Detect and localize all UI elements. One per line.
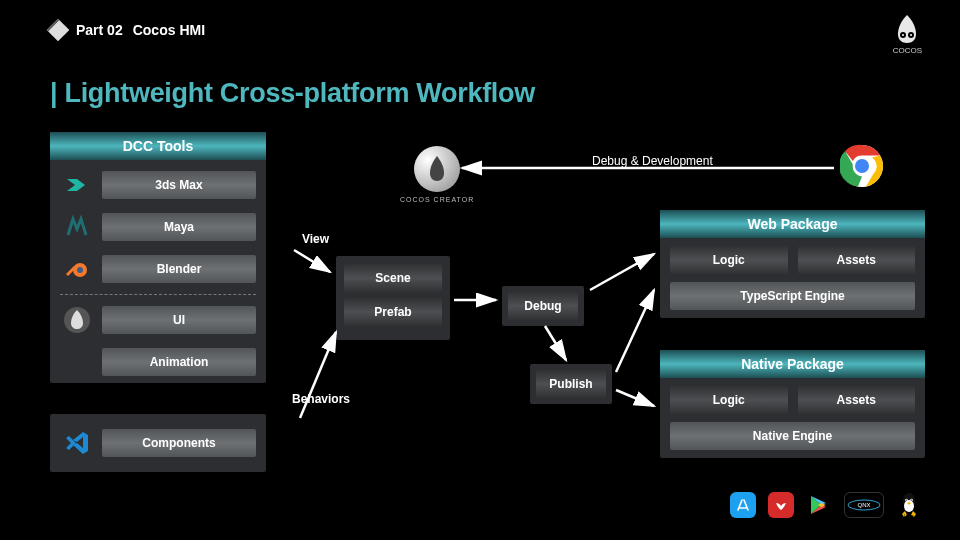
scene-item: Scene	[344, 264, 442, 292]
web-assets: Assets	[798, 246, 916, 274]
web-logic: Logic	[670, 246, 788, 274]
web-engine: TypeScript Engine	[670, 282, 915, 310]
dcc-row-animation: Animation	[50, 341, 266, 383]
platform-icons: QNX Linux	[730, 492, 922, 518]
svg-text:Linux: Linux	[904, 513, 914, 518]
svg-point-5	[77, 267, 83, 273]
cocos-creator-circle-icon	[414, 146, 460, 192]
cocos-logo: COCOS	[893, 14, 922, 55]
dcc-item: Animation	[102, 348, 256, 376]
native-header: Native Package	[660, 350, 925, 378]
cocos-creator-node: COCOS CREATOR	[400, 146, 474, 203]
dcc-item: Maya	[102, 213, 256, 241]
vscode-icon	[60, 426, 94, 460]
page-title: Lightweight Cross-platform Workflow	[50, 78, 535, 109]
svg-point-21	[904, 500, 914, 512]
dcc-row-3dsmax: 3ds Max	[50, 164, 266, 206]
appstore-icon	[730, 492, 756, 518]
cocos-logo-label: COCOS	[893, 46, 922, 55]
native-assets: Assets	[798, 386, 916, 414]
prefab-item: Prefab	[344, 298, 442, 326]
linux-icon: Linux	[896, 492, 922, 518]
behaviors-label: Behaviors	[292, 392, 350, 406]
qnx-icon: QNX	[844, 492, 884, 518]
svg-point-3	[910, 34, 912, 36]
scene-panel: Scene Prefab	[336, 256, 450, 340]
dcc-item: UI	[102, 306, 256, 334]
spacer-icon	[60, 345, 94, 379]
svg-line-13	[545, 326, 566, 360]
svg-text:QNX: QNX	[857, 502, 870, 508]
vscode-item: Components	[102, 429, 256, 457]
debug-dev-label: Debug & Development	[592, 154, 713, 168]
breadcrumb-icon	[47, 19, 70, 42]
debug-node: Debug	[502, 286, 584, 326]
playstore-icon	[806, 492, 832, 518]
huawei-icon	[768, 492, 794, 518]
divider	[60, 294, 256, 295]
web-package-panel: Web Package Logic Assets TypeScript Engi…	[660, 210, 925, 318]
breadcrumb-section: Cocos HMI	[133, 22, 205, 38]
svg-line-16	[616, 390, 654, 406]
dcc-item: 3ds Max	[102, 171, 256, 199]
debug-label: Debug	[508, 292, 578, 320]
cocos-logo-icon	[894, 14, 920, 44]
svg-point-2	[902, 34, 904, 36]
breadcrumb-part: Part 02	[76, 22, 123, 38]
svg-point-25	[911, 499, 912, 500]
svg-line-14	[590, 254, 654, 290]
dcc-row-blender: Blender	[50, 248, 266, 290]
dcc-row-ui: UI	[50, 299, 266, 341]
publish-label: Publish	[536, 370, 606, 398]
cocos-creator-icon	[60, 303, 94, 337]
dcc-item: Blender	[102, 255, 256, 283]
native-engine: Native Engine	[670, 422, 915, 450]
blender-icon	[60, 252, 94, 286]
native-package-panel: Native Package Logic Assets Native Engin…	[660, 350, 925, 458]
svg-line-15	[616, 290, 654, 372]
dcc-row-maya: Maya	[50, 206, 266, 248]
native-logic: Logic	[670, 386, 788, 414]
publish-node: Publish	[530, 364, 612, 404]
svg-line-10	[294, 250, 330, 272]
chrome-icon	[840, 144, 884, 191]
svg-point-24	[906, 499, 907, 500]
web-header: Web Package	[660, 210, 925, 238]
dcc-header: DCC Tools	[50, 132, 266, 160]
breadcrumb: Part 02 Cocos HMI	[50, 22, 205, 38]
svg-point-9	[855, 159, 869, 173]
view-label: View	[302, 232, 329, 246]
3dsmax-icon	[60, 168, 94, 202]
vscode-panel: Components	[50, 414, 266, 472]
cocos-creator-label: COCOS CREATOR	[400, 196, 474, 203]
maya-icon	[60, 210, 94, 244]
dcc-tools-panel: DCC Tools 3ds Max Maya Blender UI Animat…	[50, 132, 266, 383]
